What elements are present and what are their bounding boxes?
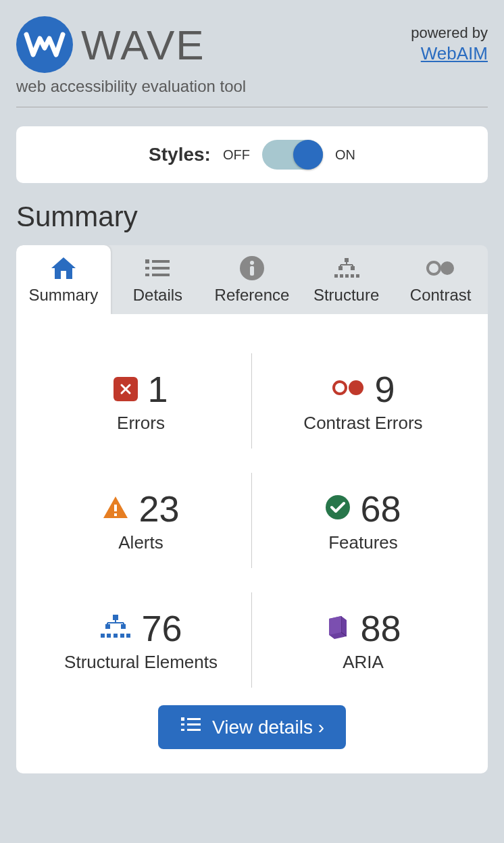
svg-rect-16 <box>356 274 359 278</box>
tab-label: Summary <box>28 286 98 305</box>
svg-rect-14 <box>345 274 349 278</box>
svg-point-7 <box>250 261 254 265</box>
tab-summary[interactable]: Summary <box>16 245 111 314</box>
card-structural[interactable]: 76 Structural Elements <box>30 580 252 700</box>
contrast-error-icon <box>331 379 365 399</box>
svg-rect-30 <box>121 624 126 629</box>
card-alerts[interactable]: 23 Alerts <box>30 461 252 580</box>
alerts-count: 23 <box>138 488 179 530</box>
structural-label: Structural Elements <box>64 652 218 673</box>
section-title: Summary <box>16 201 488 233</box>
alert-icon <box>102 495 129 522</box>
styles-label: Styles: <box>149 144 211 165</box>
svg-rect-1 <box>152 260 170 263</box>
svg-point-23 <box>334 382 346 394</box>
contrast-label: Contrast Errors <box>303 413 422 434</box>
structural-icon <box>99 613 132 643</box>
app-title: WAVE <box>81 21 205 69</box>
alerts-label: Alerts <box>118 532 163 553</box>
svg-rect-34 <box>120 634 124 638</box>
errors-label: Errors <box>117 413 165 434</box>
svg-point-27 <box>326 495 350 519</box>
tab-label: Structure <box>313 286 379 305</box>
view-details-button[interactable]: View details › <box>158 705 346 749</box>
button-label: View details › <box>212 717 324 738</box>
svg-rect-4 <box>145 274 149 276</box>
svg-rect-15 <box>351 274 354 278</box>
home-icon <box>50 256 77 280</box>
tab-label: Details <box>133 286 182 305</box>
logo-block: WAVE web accessibility evaluation tool <box>16 16 246 96</box>
svg-rect-35 <box>126 634 130 638</box>
svg-rect-41 <box>187 718 201 720</box>
hierarchy-icon <box>333 256 360 280</box>
svg-rect-43 <box>187 723 201 725</box>
structural-count: 76 <box>141 607 182 649</box>
svg-rect-31 <box>101 634 105 638</box>
svg-rect-0 <box>145 259 149 263</box>
svg-rect-2 <box>145 267 149 270</box>
aria-count: 88 <box>360 607 401 649</box>
card-contrast-errors[interactable]: 9 Contrast Errors <box>252 341 474 461</box>
header: WAVE web accessibility evaluation tool p… <box>16 16 488 107</box>
features-count: 68 <box>360 488 401 530</box>
svg-rect-25 <box>114 505 117 511</box>
styles-toggle[interactable] <box>262 140 323 170</box>
powered-by: powered by WebAIM <box>411 24 488 64</box>
svg-rect-28 <box>113 615 118 620</box>
svg-rect-33 <box>114 634 118 638</box>
toggle-off-label: OFF <box>223 147 250 163</box>
svg-rect-3 <box>152 267 170 270</box>
svg-rect-29 <box>105 624 110 629</box>
svg-rect-44 <box>181 729 184 731</box>
aria-label: ARIA <box>343 652 384 673</box>
tab-label: Contrast <box>410 286 472 305</box>
aria-icon <box>325 613 351 643</box>
app-subtitle: web accessibility evaluation tool <box>16 77 246 96</box>
svg-rect-45 <box>187 729 201 731</box>
features-label: Features <box>328 532 398 553</box>
powered-label: powered by <box>411 24 488 42</box>
feature-icon <box>325 494 351 523</box>
wave-logo-icon <box>16 16 73 73</box>
tabs: Summary Details Reference Structure Cont… <box>16 245 488 314</box>
tab-label: Reference <box>215 286 290 305</box>
card-features[interactable]: 68 Features <box>252 461 474 580</box>
svg-rect-40 <box>181 717 184 721</box>
svg-rect-13 <box>340 274 343 278</box>
error-icon <box>114 377 138 401</box>
svg-rect-12 <box>334 274 338 278</box>
contrast-icon <box>426 256 455 280</box>
svg-point-21 <box>428 262 440 274</box>
styles-panel: Styles: OFF ON <box>16 126 488 183</box>
svg-rect-42 <box>181 723 184 725</box>
svg-rect-32 <box>107 634 111 638</box>
contrast-count: 9 <box>374 368 395 410</box>
errors-count: 1 <box>147 368 168 410</box>
tab-contrast[interactable]: Contrast <box>393 245 488 314</box>
toggle-on-label: ON <box>335 147 355 163</box>
svg-rect-11 <box>351 266 355 270</box>
info-icon <box>240 256 264 280</box>
tab-structure[interactable]: Structure <box>299 245 394 314</box>
tab-reference[interactable]: Reference <box>205 245 299 314</box>
svg-rect-26 <box>114 513 117 516</box>
card-errors[interactable]: 1 Errors <box>30 341 252 461</box>
webaim-link[interactable]: WebAIM <box>411 43 488 64</box>
toggle-knob <box>293 140 323 170</box>
svg-point-22 <box>440 261 454 275</box>
tab-details[interactable]: Details <box>111 245 205 314</box>
svg-rect-10 <box>338 266 343 270</box>
list-icon <box>180 716 201 738</box>
list-icon <box>144 256 171 280</box>
card-aria[interactable]: 88 ARIA <box>252 580 474 700</box>
summary-content: 1 Errors 9 Contrast Errors 23 <box>16 314 488 773</box>
svg-rect-8 <box>250 266 254 276</box>
svg-rect-9 <box>345 258 349 262</box>
svg-point-24 <box>349 380 363 395</box>
svg-rect-5 <box>152 274 170 276</box>
